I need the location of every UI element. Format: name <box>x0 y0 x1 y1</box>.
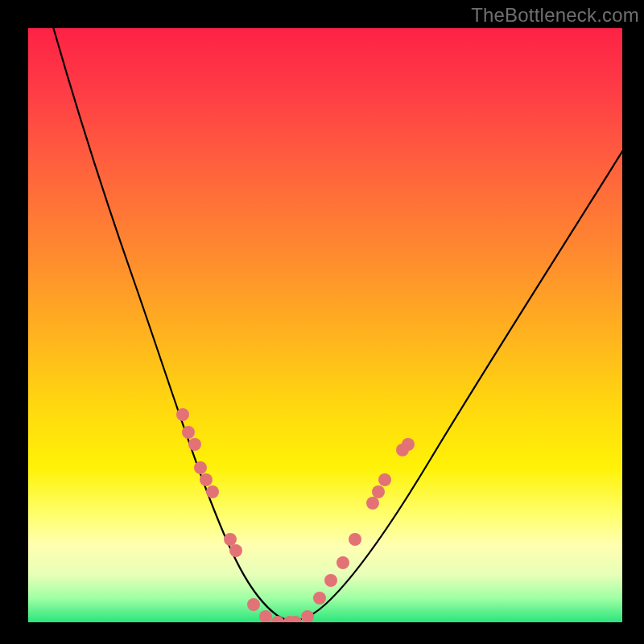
bottleneck-curve <box>52 28 622 621</box>
scatter-dots <box>176 408 415 622</box>
dot <box>247 598 260 611</box>
chart-frame: TheBottleneck.com <box>0 0 644 644</box>
plot-area <box>28 28 622 622</box>
dot <box>259 610 272 622</box>
dot <box>372 485 385 498</box>
dot <box>271 616 284 622</box>
dot <box>229 544 242 557</box>
dot <box>378 473 391 486</box>
dot <box>336 556 349 569</box>
dot <box>313 592 326 605</box>
dot <box>301 610 314 622</box>
dot <box>224 533 237 546</box>
dot <box>324 574 337 587</box>
dot <box>206 485 219 498</box>
dot <box>366 497 379 510</box>
dot <box>200 473 213 486</box>
dot <box>349 533 361 546</box>
dot <box>194 461 207 474</box>
chart-svg <box>28 28 622 622</box>
dot <box>182 426 195 439</box>
watermark-text: TheBottleneck.com <box>471 4 639 27</box>
dot <box>402 438 415 451</box>
dot <box>188 438 201 451</box>
dot <box>176 408 189 421</box>
